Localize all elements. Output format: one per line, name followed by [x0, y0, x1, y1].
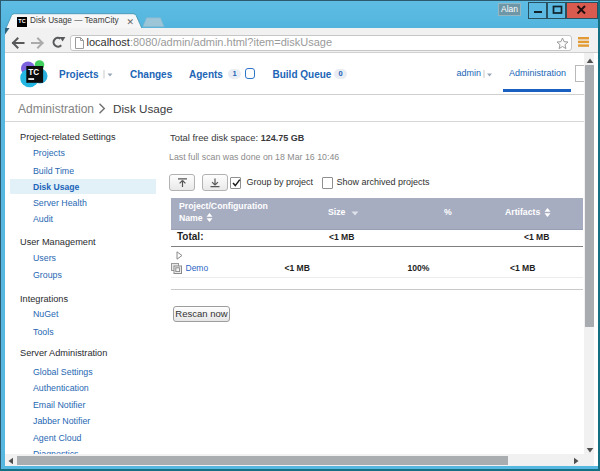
svg-text:TC: TC [28, 68, 39, 77]
